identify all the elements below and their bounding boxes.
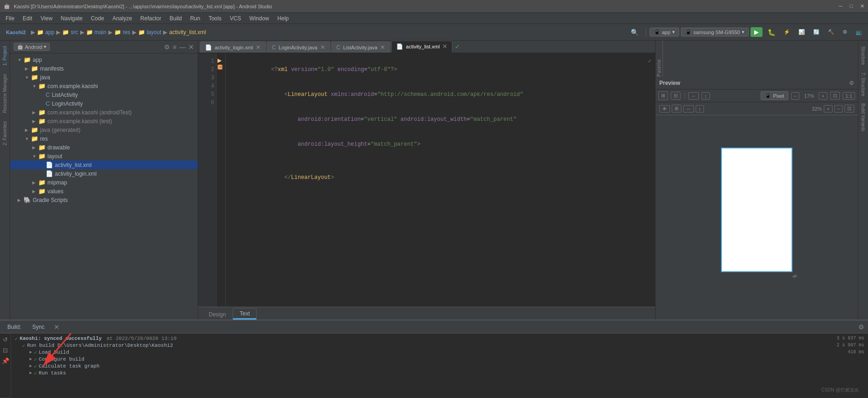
build-tab-label[interactable]: Build: (4, 322, 25, 332)
tab-list-activity-java[interactable]: C ListActivity.java ✕ (331, 42, 390, 53)
tree-item-android-test[interactable]: ▶ 📁 com.example.kaoshi (androidTest) (10, 108, 198, 117)
tab-design[interactable]: Design (202, 309, 233, 320)
android-selector-dropdown[interactable]: 🤖 Android ▾ (14, 43, 50, 51)
preview-device-dropdown[interactable]: 📱 Pixel (761, 91, 788, 100)
sync-tab-close-icon[interactable]: ✕ (54, 323, 59, 331)
menu-refactor[interactable]: Refactor (137, 14, 165, 23)
preview-rotate-btn[interactable]: ↕ (702, 92, 710, 100)
tree-item-res[interactable]: ▼ 📁 res (10, 134, 198, 143)
minimize-button[interactable]: ─ (839, 3, 843, 9)
tree-item-activity-list[interactable]: 📄 activity_list.xml (10, 160, 198, 169)
tab-activity-list-xml[interactable]: 📄 activity_list.xml ✕ ✓ (391, 41, 452, 53)
panel-close-icon[interactable]: ✕ (188, 43, 194, 51)
attach-button[interactable]: ⚡ (780, 28, 793, 36)
build-restart-btn[interactable]: ↺ (1, 335, 10, 344)
tree-arrow-app: ▼ (18, 58, 22, 62)
resize-corner-icon[interactable]: // (792, 273, 798, 279)
sidebar-item-structure[interactable]: Structure (859, 42, 867, 69)
preview-zoom-in2-btn[interactable]: + (824, 105, 832, 113)
preview-settings-icon[interactable]: ⚙ (849, 80, 854, 86)
panel-sort-icon[interactable]: ≡ (173, 43, 176, 51)
debug-button[interactable]: 🐛 (764, 27, 779, 37)
tab-activity-login-xml[interactable]: 📄 activity_login.xml ✕ (200, 42, 266, 53)
sidebar-item-7-structure[interactable]: 7: Structure (859, 69, 867, 100)
tree-item-activity-login[interactable]: 📄 activity_login.xml (10, 169, 198, 178)
sync-tab-label[interactable]: Sync (29, 322, 48, 332)
build-pin-btn[interactable]: 📌 (0, 356, 11, 365)
java-icon-login-activity: C (46, 100, 50, 107)
menu-code[interactable]: Code (87, 14, 108, 23)
run-button[interactable]: ▶ (751, 27, 762, 37)
code-content[interactable]: <?xml version="1.0" encoding="utf-8"?> <… (226, 53, 655, 307)
preview-zoom-fit-btn[interactable]: ⊡ (830, 92, 840, 100)
menu-tools[interactable]: Tools (205, 14, 225, 23)
preview-blueprint-btn[interactable]: ⊞ (672, 105, 681, 113)
sidebar-item-favorites[interactable]: 2: Favorites (1, 118, 9, 149)
panel-settings-icon[interactable]: ⚙ (164, 43, 170, 51)
menu-build[interactable]: Build (166, 14, 186, 23)
avd-manager-button[interactable]: 📺 (852, 28, 865, 36)
tree-item-com-example-kaoshi[interactable]: ▼ 📁 com.example.kaoshi (10, 82, 198, 90)
menu-edit[interactable]: Edit (19, 14, 36, 23)
tree-item-mipmap[interactable]: ▶ 📁 mipmap (10, 178, 198, 187)
menu-help[interactable]: Help (274, 14, 293, 23)
tab-text[interactable]: Text (233, 308, 257, 320)
tree-item-java-generated[interactable]: ▶ 📁 java (generated) (10, 125, 198, 134)
preview-resize-btn[interactable]: ↔ (688, 92, 699, 100)
preview-zoom-out2-btn[interactable]: − (834, 105, 843, 113)
tree-item-layout[interactable]: ▼ 📁 layout (10, 152, 198, 160)
sync-button[interactable]: 🔄 (810, 28, 823, 36)
sidebar-item-project[interactable]: 1: Project (1, 42, 9, 69)
folder-icon-test: 📁 (38, 118, 46, 125)
tab-close-activity-list[interactable]: ✕ (442, 43, 447, 50)
preview-zoom-out-btn[interactable]: − (791, 92, 799, 100)
sidebar-item-resource-manager[interactable]: Resource Manager (1, 70, 9, 117)
tab-close-login-java[interactable]: ✕ (320, 44, 325, 51)
preview-v-resize-btn[interactable]: ↕ (696, 105, 704, 113)
menu-analyze[interactable]: Analyze (109, 14, 136, 23)
tree-item-manifests[interactable]: ▶ 📁 manifests (10, 64, 198, 73)
palette-label[interactable]: Palette (657, 59, 662, 77)
menu-file[interactable]: File (2, 14, 18, 23)
menu-view[interactable]: View (37, 14, 56, 23)
sidebar-item-build-variants[interactable]: Build Variants (859, 100, 867, 135)
tab-login-activity-java[interactable]: C LoginActivity.java ✕ (267, 42, 330, 53)
run-config-dropdown[interactable]: 📱 app ▾ (650, 28, 679, 36)
toolbar-search-button[interactable]: 🔍 (628, 27, 642, 37)
tree-item-values[interactable]: ▶ 📁 values (10, 187, 198, 196)
build-stop-btn[interactable]: ⊡ (1, 346, 10, 355)
menu-window[interactable]: Window (246, 14, 273, 23)
preview-h-resize-btn[interactable]: ↔ (683, 105, 694, 113)
preview-zoom-in-btn[interactable]: + (819, 92, 827, 100)
tab-close-activity-login[interactable]: ✕ (256, 44, 261, 51)
preview-layout-btn[interactable]: ⊟ (671, 92, 680, 100)
tree-item-drawable[interactable]: ▶ 📁 drawable (10, 143, 198, 152)
preview-eye-btn[interactable]: 👁 (659, 105, 670, 113)
build-settings-btn[interactable]: ⚙ (858, 323, 864, 331)
build-line-1: ✓ Kaoshi: synced successfully at 2022/5/… (15, 335, 864, 342)
sdk-manager-button[interactable]: ⚙ (839, 28, 850, 36)
tab-close-list-java[interactable]: ✕ (380, 44, 385, 51)
fold-indicator-1[interactable]: ▶ (217, 57, 222, 64)
device-label: samsung SM-G9550 (693, 30, 740, 35)
tree-item-login-activity[interactable]: C LoginActivity (10, 99, 198, 108)
menu-run[interactable]: Run (187, 14, 204, 23)
tree-item-list-activity[interactable]: C ListActivity (10, 90, 198, 99)
maximize-button[interactable]: □ (850, 3, 853, 9)
tree-item-java[interactable]: ▼ 📁 java (10, 73, 198, 82)
check-icon-6: ✓ (34, 370, 37, 376)
toolbar-kaoshi2[interactable]: Kaoshi2 (3, 28, 29, 36)
profile-button[interactable]: 📊 (795, 28, 808, 36)
close-button[interactable]: ✕ (860, 3, 864, 9)
preview-zoom-reset-btn[interactable]: 1:1 (843, 92, 855, 100)
preview-zoom-fit2-btn[interactable]: ⊡ (845, 105, 854, 113)
make-button[interactable]: 🔨 (825, 28, 838, 36)
tree-item-gradle-scripts[interactable]: ▶ 🐘 Gradle Scripts (10, 196, 198, 204)
device-dropdown[interactable]: 📱 samsung SM-G9550 ▾ (681, 28, 749, 36)
panel-collapse-icon[interactable]: — (179, 43, 186, 51)
tree-item-app[interactable]: ▼ 📁 app (10, 55, 198, 64)
preview-grid-btn[interactable]: ⊞ (658, 91, 668, 100)
menu-vcs[interactable]: VCS (226, 14, 245, 23)
menu-navigate[interactable]: Navigate (57, 14, 86, 23)
tree-item-test[interactable]: ▶ 📁 com.example.kaoshi (test) (10, 117, 198, 125)
